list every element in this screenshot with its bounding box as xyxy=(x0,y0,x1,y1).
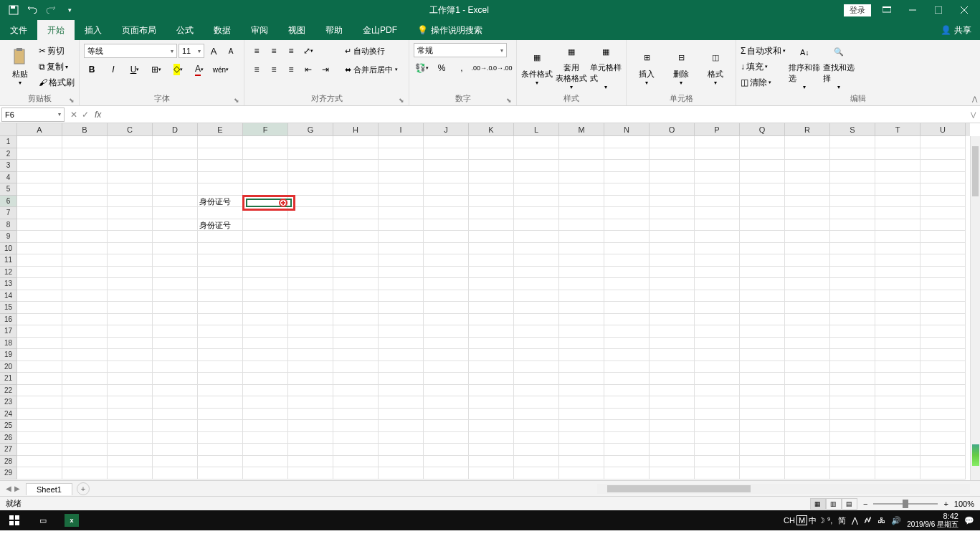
cell-G9[interactable] xyxy=(288,231,333,243)
cell-J27[interactable] xyxy=(424,444,469,456)
cell-N27[interactable] xyxy=(604,444,650,456)
cell-I2[interactable] xyxy=(379,148,424,161)
cell-G14[interactable] xyxy=(288,290,333,302)
cell-A20[interactable] xyxy=(17,361,62,373)
row-headers[interactable]: 1234567891011121314151617181920212223242… xyxy=(0,136,17,479)
cell-T29[interactable] xyxy=(875,467,920,479)
cell-L14[interactable] xyxy=(514,290,559,302)
table-format-button[interactable]: ▦套用 表格格式▾ xyxy=(556,43,587,90)
cell-B12[interactable] xyxy=(62,267,108,279)
cell-K3[interactable] xyxy=(469,160,514,172)
cell-P26[interactable] xyxy=(695,432,740,444)
cell-R2[interactable] xyxy=(785,148,830,161)
cell-F10[interactable] xyxy=(243,243,288,255)
cell-E15[interactable] xyxy=(198,302,243,314)
cell-O15[interactable] xyxy=(650,302,695,314)
cell-K26[interactable] xyxy=(469,432,514,444)
cell-O1[interactable] xyxy=(650,136,695,148)
cell-P1[interactable] xyxy=(695,136,740,148)
cell-U5[interactable] xyxy=(920,183,966,196)
cell-A4[interactable] xyxy=(17,172,62,184)
cell-Q6[interactable] xyxy=(740,196,785,208)
cell-P16[interactable] xyxy=(695,314,740,326)
cell-T8[interactable] xyxy=(875,219,920,231)
notification-icon[interactable]: 💬 xyxy=(964,516,974,525)
cell-H4[interactable] xyxy=(333,172,379,184)
cell-G5[interactable] xyxy=(288,183,333,196)
sort-filter-button[interactable]: A↓排序和筛选▾ xyxy=(789,43,820,90)
volume-icon[interactable]: 🔊 xyxy=(891,516,901,525)
cell-Q27[interactable] xyxy=(740,444,785,456)
hscroll-thumb[interactable] xyxy=(607,485,751,492)
cell-I10[interactable] xyxy=(379,243,424,255)
cell-H25[interactable] xyxy=(333,420,379,432)
cell-I22[interactable] xyxy=(379,385,424,397)
cell-I28[interactable] xyxy=(379,456,424,468)
row-header-21[interactable]: 21 xyxy=(0,373,17,385)
cell-B21[interactable] xyxy=(62,373,108,385)
cell-O12[interactable] xyxy=(650,267,695,279)
cell-L12[interactable] xyxy=(514,267,559,279)
cell-R18[interactable] xyxy=(785,338,830,350)
cell-C1[interactable] xyxy=(108,136,153,148)
cell-B4[interactable] xyxy=(62,172,108,184)
cell-G26[interactable] xyxy=(288,432,333,444)
cell-Q14[interactable] xyxy=(740,290,785,302)
cell-B17[interactable] xyxy=(62,325,108,338)
col-header-H[interactable]: H xyxy=(333,123,379,136)
cell-J14[interactable] xyxy=(424,290,469,302)
cell-F23[interactable] xyxy=(243,396,288,409)
cell-Q9[interactable] xyxy=(740,231,785,243)
cell-A16[interactable] xyxy=(17,314,62,326)
cells-area[interactable]: 身份证号身份证号 xyxy=(17,136,970,480)
cell-F27[interactable] xyxy=(243,444,288,456)
cell-F17[interactable] xyxy=(243,325,288,338)
cell-E29[interactable] xyxy=(198,467,243,479)
cell-Q20[interactable] xyxy=(740,361,785,373)
cell-I18[interactable] xyxy=(379,338,424,350)
row-header-18[interactable]: 18 xyxy=(0,338,17,350)
cell-S11[interactable] xyxy=(830,254,875,267)
cell-B10[interactable] xyxy=(62,243,108,255)
cell-H24[interactable] xyxy=(333,409,379,421)
cell-G22[interactable] xyxy=(288,385,333,397)
cell-J28[interactable] xyxy=(424,456,469,468)
cell-N5[interactable] xyxy=(604,183,650,196)
cell-F16[interactable] xyxy=(243,314,288,326)
ime-simp[interactable]: 简 xyxy=(838,515,846,526)
cell-R6[interactable] xyxy=(785,196,830,208)
tab-data[interactable]: 数据 xyxy=(204,20,241,40)
cell-D24[interactable] xyxy=(153,409,198,421)
cell-N24[interactable] xyxy=(604,409,650,421)
col-header-L[interactable]: L xyxy=(514,123,559,136)
cell-D6[interactable] xyxy=(153,196,198,208)
tab-review[interactable]: 审阅 xyxy=(241,20,278,40)
cell-N15[interactable] xyxy=(604,302,650,314)
cell-G19[interactable] xyxy=(288,349,333,361)
cell-J24[interactable] xyxy=(424,409,469,421)
cell-M11[interactable] xyxy=(559,254,604,267)
cell-U10[interactable] xyxy=(920,243,966,255)
maximize-icon[interactable] xyxy=(928,3,948,17)
cell-M23[interactable] xyxy=(559,396,604,409)
cell-G12[interactable] xyxy=(288,267,333,279)
cell-L21[interactable] xyxy=(514,373,559,385)
col-header-B[interactable]: B xyxy=(62,123,108,136)
cell-H16[interactable] xyxy=(333,314,379,326)
cell-A25[interactable] xyxy=(17,420,62,432)
cell-G17[interactable] xyxy=(288,325,333,338)
cell-C13[interactable] xyxy=(108,278,153,290)
cell-D10[interactable] xyxy=(153,243,198,255)
collapse-ribbon-icon[interactable]: ⋀ xyxy=(972,95,977,102)
cell-M10[interactable] xyxy=(559,243,604,255)
row-header-26[interactable]: 26 xyxy=(0,432,17,444)
cell-I3[interactable] xyxy=(379,160,424,172)
cell-R26[interactable] xyxy=(785,432,830,444)
cell-T9[interactable] xyxy=(875,231,920,243)
confirm-formula-icon[interactable]: ✓ xyxy=(82,110,89,120)
cell-U29[interactable] xyxy=(920,467,966,479)
cell-O3[interactable] xyxy=(650,160,695,172)
cell-K29[interactable] xyxy=(469,467,514,479)
cell-O19[interactable] xyxy=(650,349,695,361)
cell-N22[interactable] xyxy=(604,385,650,397)
